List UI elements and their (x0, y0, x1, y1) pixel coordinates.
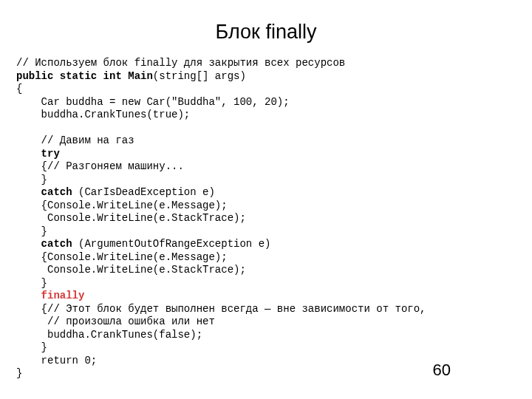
code-line: buddha.CrankTunes(false); (16, 329, 202, 341)
code-line: Car buddha = new Car("Buddha", 100, 20); (16, 96, 290, 108)
code-line: (CarIsDeadException e) (72, 186, 215, 198)
code-line: } (16, 367, 22, 379)
code-line: // Используем блок finally для закрытия … (16, 57, 345, 69)
code-line: Console.WriteLine(e.StackTrace); (16, 212, 246, 224)
code-keyword-finally: finally (41, 290, 85, 301)
code-line: buddha.CrankTunes(true); (16, 109, 190, 120)
code-line: } (16, 174, 47, 185)
code-line: {Console.WriteLine(e.Message); (16, 251, 228, 263)
code-line: return 0; (16, 355, 97, 366)
code-keyword: catch (41, 186, 72, 198)
code-line: } (16, 341, 47, 353)
code-keyword: catch (41, 238, 72, 250)
code-line: } (16, 277, 47, 289)
code-indent (16, 290, 41, 301)
slide-title: Блок finally (16, 21, 516, 44)
code-line: Console.WriteLine(e.StackTrace); (16, 264, 246, 276)
code-indent (16, 238, 41, 250)
code-line: // произошла ошибка или нет (16, 316, 215, 327)
code-line: {Console.WriteLine(e.Message); (16, 200, 228, 211)
code-line: {// Разгоняем машину... (16, 160, 184, 172)
code-indent (16, 186, 41, 198)
code-line: (ArgumentOutOfRangeException e) (72, 238, 271, 250)
page-number: 60 (433, 361, 451, 380)
code-line: {// Этот блок будет выполнен всегда — вн… (16, 303, 426, 315)
code-block: // Используем блок finally для закрытия … (16, 57, 516, 381)
code-line: } (16, 225, 47, 237)
code-line: (string[] args) (153, 70, 246, 82)
code-line: // Давим на газ (16, 134, 134, 146)
code-line: { (16, 83, 22, 95)
code-keyword: try (41, 148, 60, 160)
code-indent (16, 148, 41, 160)
code-keyword: public static int Main (16, 70, 153, 82)
slide: Блок finally // Используем блок finally … (0, 0, 532, 399)
